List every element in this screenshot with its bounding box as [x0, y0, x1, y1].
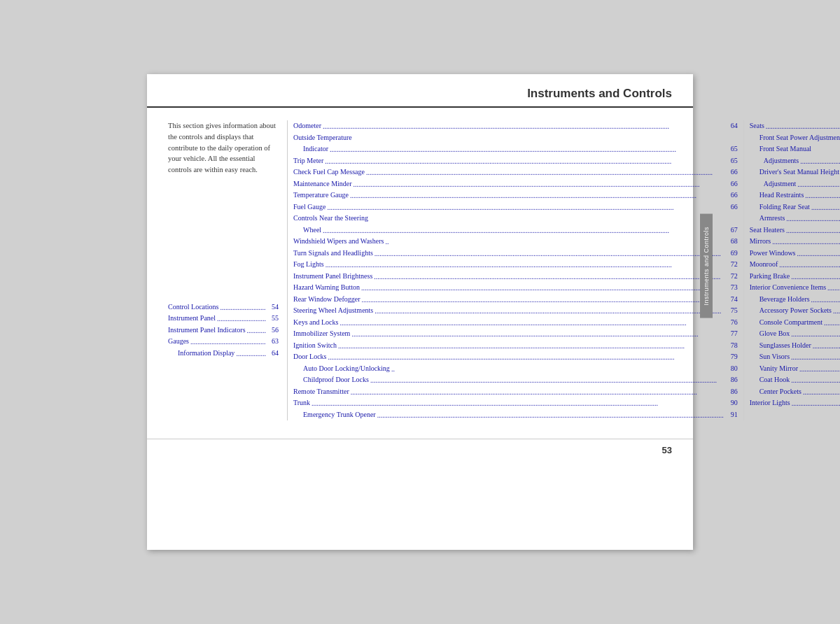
- toc-item[interactable]: Center Pockets115: [750, 386, 840, 398]
- toc-item[interactable]: Trip Meter65: [293, 155, 738, 167]
- toc-item[interactable]: Beverage Holders111: [750, 294, 840, 306]
- toc-item[interactable]: Childproof Door Locks86: [293, 374, 738, 386]
- toc-item[interactable]: Armrests98: [750, 213, 840, 225]
- toc-item[interactable]: Moonroof107: [750, 259, 840, 271]
- chapter-title: Instruments and Controls: [527, 87, 672, 101]
- toc-item[interactable]: Fog Lights72: [293, 259, 738, 271]
- toc-item[interactable]: Head Restraints94: [750, 190, 840, 201]
- toc-item[interactable]: Door Locks79: [293, 351, 738, 363]
- toc-item[interactable]: Seats92: [750, 120, 840, 132]
- toc-item[interactable]: Vanity Mirror115: [750, 363, 840, 375]
- toc-columns: Odometer64Outside TemperatureIndicator65…: [287, 120, 840, 420]
- toc-item[interactable]: Indicator65: [293, 143, 738, 155]
- toc-column-right: Seats92Front Seat Power Adjustments..92F…: [743, 120, 840, 420]
- toc-item[interactable]: Immobilizer System77: [293, 328, 738, 340]
- toc-item[interactable]: Check Fuel Cap Message66: [293, 166, 738, 178]
- toc-item[interactable]: Ignition Switch78: [293, 340, 738, 352]
- toc-item[interactable]: Turn Signals and Headlights69: [293, 248, 738, 260]
- toc-item[interactable]: Rear Window Defogger74: [293, 294, 738, 306]
- toc-column-middle: Odometer64Outside TemperatureIndicator65…: [287, 120, 743, 420]
- toc-item[interactable]: Controls Near the Steering: [293, 213, 738, 225]
- left-toc-item[interactable]: Instrument Panel Indicators56: [168, 325, 279, 336]
- left-toc-item[interactable]: Gauges63: [168, 336, 279, 348]
- toc-item[interactable]: Outside Temperature: [293, 132, 738, 144]
- left-toc: Control Locations54Instrument Panel55Ins…: [168, 302, 279, 360]
- toc-item[interactable]: Odometer64: [293, 120, 738, 132]
- toc-item[interactable]: Coat Hook115: [750, 374, 840, 386]
- toc-item[interactable]: Interior Convenience Items110: [750, 282, 840, 294]
- page-number: 53: [662, 445, 672, 455]
- toc-item[interactable]: Glove Box113: [750, 328, 840, 340]
- toc-item[interactable]: Sunglasses Holder113: [750, 340, 840, 352]
- intro-section: This section gives information about the…: [168, 120, 287, 420]
- toc-item[interactable]: Fuel Gauge66: [293, 201, 738, 213]
- toc-item[interactable]: Temperature Gauge66: [293, 190, 738, 201]
- toc-item[interactable]: Parking Brake109: [750, 271, 840, 283]
- page-footer: 53: [147, 439, 693, 461]
- toc-item[interactable]: Mirrors101: [750, 236, 840, 248]
- toc-item[interactable]: Accessory Power Sockets111: [750, 305, 840, 317]
- left-toc-item[interactable]: Instrument Panel55: [168, 313, 279, 325]
- toc-item[interactable]: Front Seat Manual: [750, 143, 840, 155]
- toc-item[interactable]: Steering Wheel Adjustments75: [293, 305, 738, 317]
- toc-item[interactable]: Keys and Locks76: [293, 317, 738, 329]
- chapter-tab: Instruments and Controls: [700, 214, 713, 318]
- left-toc-item[interactable]: Control Locations54: [168, 302, 279, 313]
- toc-item[interactable]: Remote Transmitter86: [293, 386, 738, 398]
- toc-item[interactable]: Seat Heaters100: [750, 225, 840, 236]
- intro-text: This section gives information about the…: [168, 120, 279, 176]
- toc-item[interactable]: Trunk90: [293, 397, 738, 409]
- toc-item[interactable]: Driver's Seat Manual Height: [750, 166, 840, 178]
- toc-item[interactable]: Auto Door Locking/Unlocking..80: [293, 363, 738, 375]
- toc-item[interactable]: Interior Lights116: [750, 397, 840, 409]
- page-header: Instruments and Controls: [147, 74, 693, 108]
- toc-item[interactable]: Wheel67: [293, 225, 738, 236]
- toc-item[interactable]: Adjustment94: [750, 178, 840, 190]
- main-content: This section gives information about the…: [147, 108, 693, 433]
- toc-item[interactable]: Windshield Wipers and Washers..68: [293, 236, 738, 248]
- toc-item[interactable]: Instrument Panel Brightness72: [293, 271, 738, 283]
- page: Instruments and Controls Instruments and…: [147, 74, 693, 550]
- toc-item[interactable]: Hazard Warning Button73: [293, 282, 738, 294]
- toc-item[interactable]: Power Windows103: [750, 248, 840, 260]
- toc-item[interactable]: Emergency Trunk Opener91: [293, 409, 738, 421]
- toc-item[interactable]: Maintenance Minder66: [293, 178, 738, 190]
- toc-item[interactable]: Folding Rear Seat97: [750, 201, 840, 213]
- left-toc-item[interactable]: Information Display64: [168, 348, 279, 360]
- toc-item[interactable]: Console Compartment112: [750, 317, 840, 329]
- toc-item[interactable]: Adjustments93: [750, 155, 840, 167]
- toc-item[interactable]: Sun Visors114: [750, 351, 840, 363]
- toc-item[interactable]: Front Seat Power Adjustments..92: [750, 132, 840, 144]
